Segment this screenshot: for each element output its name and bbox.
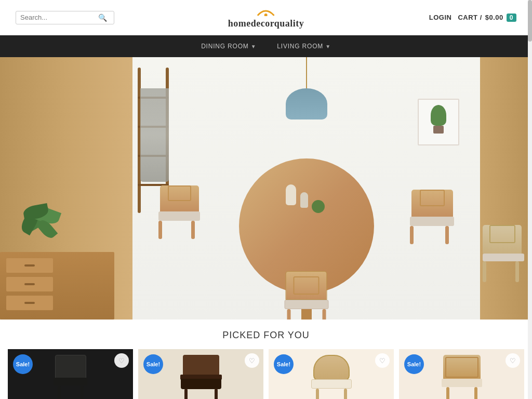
search-input[interactable] [20,14,98,21]
product-card[interactable]: Sale! ♡ [269,349,394,399]
nav-item-dining-room[interactable]: DINING ROOM ▼ [201,43,256,50]
chair-partial-right [483,221,527,283]
nav-label-dining: DINING ROOM [201,43,248,50]
pendant-lamp [286,57,327,119]
chair-left [158,181,200,239]
chair-front [284,271,328,320]
nav-label-living: LIVING ROOM [277,43,323,50]
scrollbar-thumb[interactable] [528,0,532,42]
chevron-down-icon: ▼ [251,44,257,49]
wishlist-button[interactable]: ♡ [245,353,259,368]
sale-badge: Sale! [404,354,424,374]
cart-amount: $0.00 [485,14,503,21]
wishlist-button[interactable]: ♡ [375,353,390,368]
search-form[interactable]: 🔍 [16,11,114,24]
nav-item-living-room[interactable]: LIVING ROOM ▼ [277,43,331,50]
section-title: PICKED FOR YOU [0,330,532,341]
svg-point-0 [264,14,268,16]
main-nav: DINING ROOM ▼ LIVING ROOM ▼ [0,35,532,57]
login-link[interactable]: LOGIN [429,14,452,21]
chevron-down-icon: ▼ [325,44,331,49]
logo-icon [256,6,276,18]
wishlist-button[interactable]: ♡ [114,353,129,368]
sale-badge: Sale! [13,354,33,374]
chair-right [410,185,454,244]
product-card[interactable]: Sale! ♡ [8,349,133,399]
logo-text: homedecorquality [228,18,304,29]
header-actions: LOGIN CART / $0.00 0 [429,14,516,22]
wishlist-button[interactable]: ♡ [506,353,520,368]
dresser-furniture [0,252,114,320]
wall-shelf [418,99,459,145]
hero-right-panel [480,57,532,320]
hero-center-panel [132,57,480,320]
cart-label: CART / [458,14,482,21]
hero-left-panel [0,57,132,320]
cart-count: 0 [507,14,516,22]
sale-badge: Sale! [143,354,163,374]
search-icon[interactable]: 🔍 [98,14,107,22]
products-row: Sale! ♡ Sale! ♡ [0,349,532,399]
hero-section [0,57,532,320]
product-card[interactable]: Sale! ♡ [138,349,263,399]
cart-link[interactable]: CART / $0.00 0 [458,14,516,22]
picked-section: PICKED FOR YOU Sale! ♡ Sale! ♡ [0,320,532,399]
site-header: 🔍 homedecorquality LOGIN CART / $0.00 0 [0,0,532,35]
scrollbar-track[interactable] [528,0,532,399]
sale-badge: Sale! [274,354,294,374]
site-logo[interactable]: homedecorquality [228,6,304,29]
product-card[interactable]: Sale! ♡ [399,349,524,399]
